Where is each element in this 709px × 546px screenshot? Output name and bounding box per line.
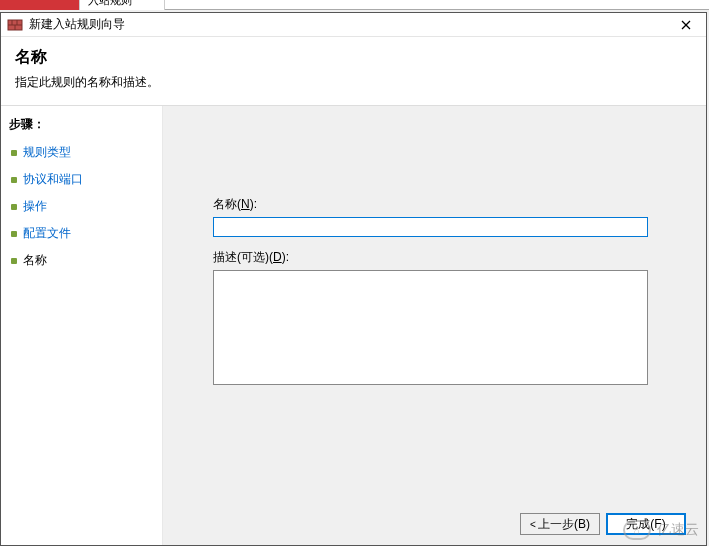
name-field: 名称(N): [213,196,676,237]
close-icon [681,20,691,30]
wizard-body: 步骤： 规则类型 协议和端口 操作 配置文件 名称 [1,106,706,545]
step-rule-type[interactable]: 规则类型 [1,139,162,166]
steps-sidebar: 步骤： 规则类型 协议和端口 操作 配置文件 名称 [1,106,163,545]
step-label: 操作 [23,198,47,215]
close-button[interactable] [672,15,700,35]
finish-button-label: 完成(F) [626,516,665,533]
description-textarea[interactable] [213,270,648,385]
bullet-icon [11,150,17,156]
wizard-window: 新建入站规则向导 名称 指定此规则的名称和描述。 步骤： 规则类型 协议和端口 [0,12,707,546]
bullet-icon [11,231,17,237]
chevron-left-icon: < [530,519,536,530]
page-title: 名称 [15,47,692,68]
back-button-label: 上一步(B) [538,516,590,533]
back-button[interactable]: < 上一步(B) [520,513,600,535]
firewall-icon [7,17,23,33]
bg-tab-inbound: 入站规则 [80,0,165,10]
bullet-icon [11,177,17,183]
step-label: 协议和端口 [23,171,83,188]
window-title: 新建入站规则向导 [29,16,672,33]
background-tabs: 入站规则 [0,0,709,10]
description-field: 描述(可选)(D): [213,249,676,388]
step-action[interactable]: 操作 [1,193,162,220]
titlebar: 新建入站规则向导 [1,13,706,37]
step-label: 规则类型 [23,144,71,161]
name-input[interactable] [213,217,648,237]
wizard-header: 名称 指定此规则的名称和描述。 [1,37,706,106]
main-panel: 名称(N): 描述(可选)(D): < 上一步(B) 完成(F) [163,106,706,545]
step-label: 名称 [23,252,47,269]
bg-tab-active [0,0,80,10]
description-label: 描述(可选)(D): [213,249,676,266]
steps-heading: 步骤： [1,112,162,139]
wizard-footer: < 上一步(B) 完成(F) [520,513,686,535]
page-subtitle: 指定此规则的名称和描述。 [15,74,692,91]
step-name[interactable]: 名称 [1,247,162,274]
finish-button[interactable]: 完成(F) [606,513,686,535]
bullet-icon [11,204,17,210]
step-protocol-ports[interactable]: 协议和端口 [1,166,162,193]
step-profile[interactable]: 配置文件 [1,220,162,247]
bullet-icon [11,258,17,264]
name-label: 名称(N): [213,196,676,213]
step-label: 配置文件 [23,225,71,242]
